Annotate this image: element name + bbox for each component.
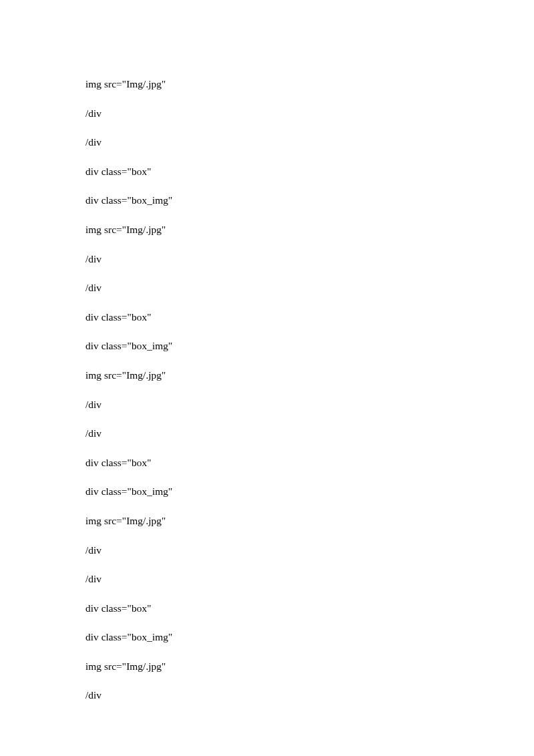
code-line: /div [85, 108, 467, 119]
code-line: div class="box_img" [85, 632, 467, 642]
code-line: /div [85, 399, 467, 410]
code-line: img src="Img/.jpg" [85, 79, 467, 89]
code-line: div class="box" [85, 312, 467, 323]
code-line: /div [85, 428, 467, 439]
code-line: img src="Img/.jpg" [85, 661, 467, 672]
code-line: img src="Img/.jpg" [85, 370, 467, 381]
code-line: div class="box" [85, 603, 467, 614]
code-line: img src="Img/.jpg" [85, 516, 467, 526]
code-line: div class="box_img" [85, 195, 467, 206]
code-line: /div [85, 690, 467, 701]
code-line: /div [85, 545, 467, 556]
code-line: div class="box_img" [85, 486, 467, 497]
code-line: div class="box" [85, 166, 467, 177]
code-line: div class="box_img" [85, 341, 467, 351]
code-line: /div [85, 574, 467, 584]
code-line: /div [85, 254, 467, 264]
code-line: img src="Img/.jpg" [85, 224, 467, 235]
code-line: /div [85, 137, 467, 148]
code-line: /div [85, 282, 467, 293]
code-line: div class="box" [85, 457, 467, 468]
document-page: img src="Img/.jpg" /div /div div class="… [0, 0, 534, 701]
